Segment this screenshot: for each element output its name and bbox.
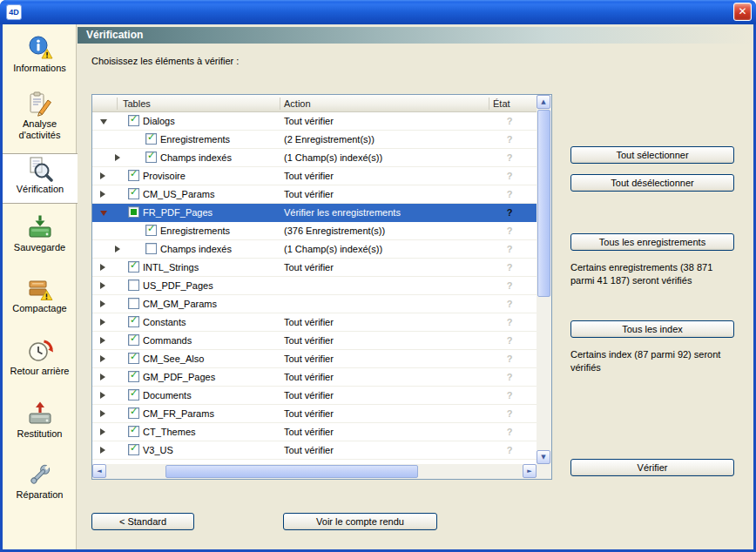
sidebar-item-verification[interactable]: Vérification — [3, 153, 78, 204]
table-row[interactable]: Champs indexés(1 Champ(s) indexé(s))? — [92, 240, 537, 259]
expander-right-icon[interactable] — [100, 172, 105, 179]
horizontal-scroll-thumb[interactable] — [165, 465, 418, 478]
sidebar-item-sauvegarde[interactable]: Sauvegarde — [3, 214, 77, 253]
wrench-icon — [27, 461, 53, 488]
table-header: Tables Action État — [92, 95, 537, 112]
row-action: Tout vérifier — [284, 317, 334, 327]
expander-right-icon[interactable] — [100, 282, 105, 289]
row-checkbox[interactable]: ✓ — [128, 334, 139, 346]
expander-right-icon[interactable] — [100, 300, 105, 307]
table-row[interactable]: ✓Enregistrements(2 Enregistrement(s))? — [92, 131, 537, 149]
select-all-button[interactable]: Tout sélectionner — [570, 146, 734, 164]
row-table-name: Dialogs — [143, 116, 175, 126]
column-header-tables[interactable]: Tables — [123, 98, 151, 109]
row-checkbox[interactable]: ✓ — [128, 353, 139, 364]
table-row[interactable]: ✓Enregistrements(376 Enregistrement(s))? — [92, 222, 537, 240]
row-checkbox[interactable]: ✓ — [128, 426, 139, 437]
sidebar-item-label: Vérification — [15, 184, 65, 195]
table-row[interactable]: ✓INTL_StringsTout vérifier? — [92, 259, 537, 277]
sidebar-item-compactage[interactable]: Compactage — [3, 275, 77, 314]
sidebar-item-restitution[interactable]: Restitution — [3, 401, 77, 440]
vertical-scrollbar[interactable]: ▲ ▼ — [537, 95, 551, 464]
all-records-button[interactable]: Tous les enregistrements — [570, 233, 734, 251]
row-checkbox[interactable]: ✓ — [128, 170, 139, 181]
expander-right-icon[interactable] — [100, 337, 105, 344]
standard-button[interactable]: < Standard — [91, 513, 194, 530]
scroll-down-button[interactable]: ▼ — [537, 450, 550, 464]
row-checkbox[interactable]: ✓ — [145, 151, 157, 163]
row-checkbox[interactable] — [128, 279, 139, 291]
titlebar[interactable]: 4D ✕ — [0, 0, 756, 24]
sidebar-item-label: Compactage — [10, 303, 68, 314]
row-checkbox[interactable]: ✓ — [145, 225, 157, 236]
scroll-right-button[interactable]: ► — [523, 464, 537, 478]
sidebar-item-label: Restitution — [16, 428, 64, 440]
row-checkbox[interactable]: ✓ — [128, 444, 139, 455]
expander-right-icon[interactable] — [100, 447, 105, 454]
expander-down-icon[interactable] — [100, 119, 107, 125]
expander-right-icon[interactable] — [100, 319, 105, 326]
row-status: ? — [486, 244, 533, 254]
expander-right-icon[interactable] — [115, 154, 120, 161]
all-indexes-button[interactable]: Tous les index — [570, 320, 734, 338]
vertical-scroll-thumb[interactable] — [537, 110, 550, 297]
horizontal-scrollbar[interactable]: ◄ ► — [92, 464, 537, 479]
row-checkbox[interactable]: ✓ — [128, 371, 139, 382]
table-row[interactable]: ✓CT_ThemesTout vérifier? — [92, 423, 537, 441]
table-row[interactable]: ✓Champs indexés(1 Champ(s) indexé(s))? — [92, 149, 537, 167]
expander-right-icon[interactable] — [100, 191, 105, 198]
scroll-up-button[interactable]: ▲ — [537, 95, 550, 109]
expander-right-icon[interactable] — [100, 264, 105, 271]
table-row[interactable]: ✓GM_PDF_PagesTout vérifier? — [92, 368, 537, 387]
table-row[interactable]: ✓DocumentsTout vérifier? — [92, 387, 537, 405]
sidebar-item-analyse[interactable]: Analyse d'activités — [3, 91, 77, 141]
check-icon: ✓ — [147, 223, 155, 234]
row-action: Vérifier les enregistrements — [284, 207, 401, 218]
table-row[interactable]: US_PDF_Pages? — [92, 277, 537, 295]
row-checkbox[interactable]: ✓ — [128, 316, 139, 327]
column-header-etat[interactable]: État — [493, 98, 510, 109]
row-checkbox[interactable] — [128, 206, 139, 218]
row-checkbox[interactable]: ✓ — [128, 261, 139, 273]
row-checkbox[interactable] — [128, 298, 139, 309]
row-action: (376 Enregistrement(s)) — [284, 226, 385, 236]
check-icon: ✓ — [130, 424, 138, 435]
row-checkbox[interactable]: ✓ — [128, 389, 139, 401]
table-row[interactable]: ✓DialogsTout vérifier? — [92, 112, 537, 131]
sidebar-item-label: Sauvegarde — [12, 242, 67, 253]
expander-right-icon[interactable] — [100, 374, 105, 380]
table-row[interactable]: ✓V3_USTout vérifier? — [92, 441, 537, 460]
row-checkbox[interactable]: ✓ — [128, 407, 139, 419]
expander-right-icon[interactable] — [100, 392, 105, 399]
table-row[interactable]: ✓ConstantsTout vérifier? — [92, 313, 537, 332]
table-row[interactable]: ✓CM_US_ParamsTout vérifier? — [92, 185, 537, 204]
table-row[interactable]: FR_PDF_PagesVérifier les enregistrements… — [92, 204, 537, 222]
row-status: ? — [486, 390, 533, 401]
expander-right-icon[interactable] — [100, 428, 105, 435]
table-row[interactable]: ✓CM_FR_ParamsTout vérifier? — [92, 405, 537, 423]
expander-right-icon[interactable] — [100, 355, 105, 362]
row-action: Tout vérifier — [284, 353, 334, 364]
row-checkbox[interactable]: ✓ — [128, 115, 139, 126]
table-row[interactable]: ✓ProvisoireTout vérifier? — [92, 167, 537, 185]
expander-right-icon[interactable] — [100, 410, 105, 417]
expander-down-icon[interactable] — [100, 211, 107, 216]
row-checkbox[interactable]: ✓ — [145, 133, 157, 145]
view-report-button[interactable]: Voir le compte rendu — [283, 513, 437, 530]
table-row[interactable]: ✓CommandsTout vérifier? — [92, 332, 537, 350]
verify-button[interactable]: Vérifier — [570, 459, 734, 476]
sidebar-item-reparation[interactable]: Réparation — [3, 461, 77, 501]
sidebar-item-retour-arriere[interactable]: Retour arrière — [3, 338, 77, 377]
row-checkbox[interactable] — [145, 243, 157, 254]
close-button[interactable]: ✕ — [733, 3, 752, 21]
table-row[interactable]: ✓CM_See_AlsoTout vérifier? — [92, 350, 537, 368]
scroll-left-button[interactable]: ◄ — [92, 464, 106, 478]
sidebar-item-informations[interactable]: Informations — [3, 35, 77, 74]
table-row[interactable]: CM_GM_Params? — [92, 295, 537, 313]
check-icon: ✓ — [130, 186, 138, 198]
deselect-all-button[interactable]: Tout désélectionner — [570, 174, 734, 192]
row-checkbox[interactable]: ✓ — [128, 188, 139, 199]
expander-right-icon[interactable] — [115, 246, 120, 252]
row-status: ? — [486, 299, 533, 309]
column-header-action[interactable]: Action — [284, 98, 311, 109]
